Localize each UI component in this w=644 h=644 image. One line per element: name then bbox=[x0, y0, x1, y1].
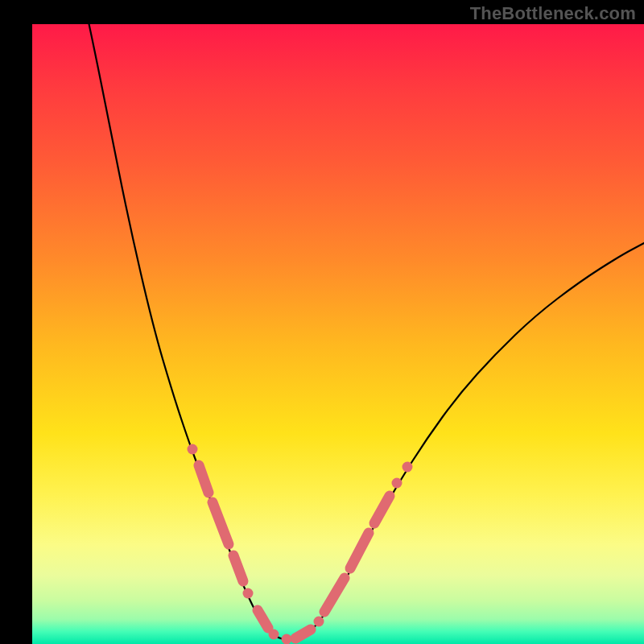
marker-dot bbox=[314, 617, 324, 627]
marker-pill bbox=[199, 465, 208, 493]
marker-dot bbox=[392, 478, 402, 489]
marker-dot bbox=[269, 630, 279, 640]
watermark-text: TheBottleneck.com bbox=[470, 3, 636, 24]
marker-dot bbox=[282, 634, 292, 645]
marker-pill bbox=[233, 555, 243, 581]
marker-pill bbox=[324, 578, 345, 612]
marker-pill bbox=[350, 533, 369, 568]
marker-pill bbox=[258, 610, 268, 628]
marker-pill bbox=[213, 502, 229, 544]
chart-frame: TheBottleneck.com bbox=[0, 0, 644, 644]
plot-area bbox=[32, 24, 644, 644]
curve-layer bbox=[32, 24, 644, 644]
curve-markers bbox=[188, 444, 413, 645]
marker-pill bbox=[295, 630, 311, 638]
marker-pill bbox=[374, 496, 390, 523]
marker-dot bbox=[243, 588, 254, 599]
marker-dot bbox=[402, 462, 413, 473]
marker-dot bbox=[188, 444, 198, 455]
